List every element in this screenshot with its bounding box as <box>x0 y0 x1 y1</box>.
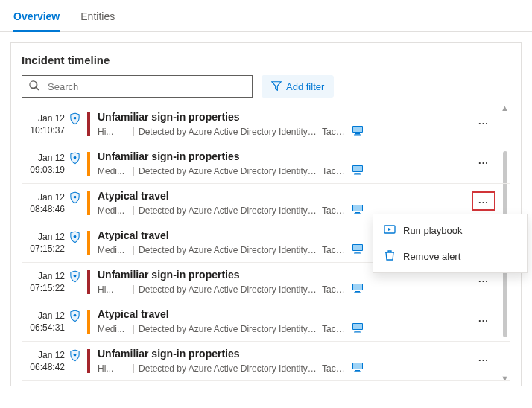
timestamp: Jan 1209:03:19 <box>22 150 65 176</box>
tactics-label: Tacti... <box>322 363 347 374</box>
severity-label: Hi... <box>98 363 129 374</box>
alert-title: Atypical travel <box>98 190 473 202</box>
search-input[interactable] <box>46 80 246 93</box>
search-input-wrapper[interactable] <box>22 75 253 98</box>
detected-by: Detected by Azure Active Directory Ident… <box>139 127 317 137</box>
context-menu: Run playbook Remove alert <box>373 214 528 273</box>
tab-entities[interactable]: Entities <box>80 6 115 32</box>
svg-point-25 <box>73 314 76 317</box>
row-content: Atypical travelMedi...Detected by Azure … <box>98 308 473 335</box>
severity-bar <box>87 270 90 294</box>
detected-by: Detected by Azure Active Directory Ident… <box>139 205 317 216</box>
tactics-label: Tacti... <box>322 166 347 176</box>
alert-meta: Hi...Detected by Azure Active Directory … <box>98 283 473 296</box>
severity-label: Hi... <box>98 284 129 295</box>
divider <box>133 364 134 373</box>
svg-rect-9 <box>354 174 361 175</box>
svg-rect-14 <box>354 214 361 214</box>
svg-rect-8 <box>355 173 360 174</box>
svg-rect-22 <box>353 284 362 290</box>
timestamp: Jan 1206:48:42 <box>22 348 65 373</box>
alert-title: Atypical travel <box>98 308 473 320</box>
shield-icon <box>65 150 84 165</box>
severity-bar <box>87 349 90 373</box>
shield-icon <box>65 190 84 204</box>
row-content: Atypical travelMedi...Detected by Azure … <box>98 190 473 217</box>
severity-bar <box>87 191 90 215</box>
timeline-row[interactable]: Jan 1209:03:19Unfamiliar sign-in propert… <box>22 144 510 184</box>
timeline-row[interactable]: Jan 1206:48:42Unfamiliar sign-in propert… <box>22 342 510 381</box>
more-actions-button[interactable]: ··· <box>473 150 494 168</box>
svg-point-20 <box>73 275 76 278</box>
svg-rect-18 <box>355 252 360 253</box>
tab-overview[interactable]: Overview <box>13 6 60 32</box>
svg-rect-33 <box>355 370 360 372</box>
timestamp: Jan 1207:15:22 <box>22 269 65 294</box>
divider <box>133 325 134 334</box>
shield-icon <box>65 111 84 125</box>
tactics-label: Tacti... <box>322 245 347 255</box>
timestamp: Jan 1210:10:37 <box>22 111 65 136</box>
more-actions-button[interactable]: ··· <box>473 308 494 325</box>
severity-label: Medi... <box>98 324 129 334</box>
panel-title: Incident timeline <box>22 54 510 66</box>
menu-remove-alert[interactable]: Remove alert <box>373 243 527 270</box>
more-actions-button[interactable]: ··· <box>473 111 494 128</box>
add-filter-label: Add filter <box>286 81 324 92</box>
row-content: Unfamiliar sign-in propertiesHi...Detect… <box>98 111 473 138</box>
svg-rect-17 <box>353 245 362 250</box>
severity-bar <box>87 231 90 255</box>
severity-bar <box>87 310 90 334</box>
severity-label: Hi... <box>98 127 129 137</box>
detected-by: Detected by Azure Active Directory Ident… <box>139 166 317 176</box>
add-filter-button[interactable]: Add filter <box>262 75 334 98</box>
timeline-row[interactable]: Jan 1206:54:31Atypical travelMedi...Dete… <box>22 302 510 342</box>
svg-point-30 <box>73 354 76 357</box>
tactics-label: Tacti... <box>322 284 347 295</box>
tactics-label: Tacti... <box>322 127 347 137</box>
svg-rect-27 <box>353 324 362 329</box>
trash-icon <box>384 249 396 264</box>
alert-title: Unfamiliar sign-in properties <box>98 348 473 360</box>
host-icon <box>352 243 364 256</box>
svg-rect-29 <box>354 332 361 333</box>
host-icon <box>352 283 364 296</box>
host-icon <box>352 165 364 177</box>
divider <box>133 167 134 176</box>
more-actions-button[interactable]: ··· <box>473 193 494 209</box>
alert-title: Unfamiliar sign-in properties <box>98 150 473 162</box>
svg-rect-19 <box>354 253 361 254</box>
row-content: Unfamiliar sign-in propertiesHi...Detect… <box>98 348 473 374</box>
host-icon <box>352 362 364 374</box>
svg-point-10 <box>73 196 76 199</box>
row-content: Unfamiliar sign-in propertiesMedi...Dete… <box>98 150 473 177</box>
playbook-icon <box>384 223 396 238</box>
alert-meta: Hi...Detected by Azure Active Directory … <box>98 362 473 374</box>
timeline-row[interactable]: Jan 1210:10:37Unfamiliar sign-in propert… <box>22 105 510 144</box>
shield-icon <box>65 308 84 322</box>
divider <box>133 206 134 215</box>
menu-run-playbook[interactable]: Run playbook <box>373 217 527 243</box>
timestamp: Jan 1206:54:31 <box>22 308 65 334</box>
timestamp: Jan 1208:48:46 <box>22 190 65 215</box>
svg-rect-13 <box>355 212 360 214</box>
divider <box>133 127 134 136</box>
svg-point-0 <box>73 117 76 120</box>
detected-by: Detected by Azure Active Directory Ident… <box>139 284 317 295</box>
svg-rect-4 <box>354 135 361 136</box>
menu-run-playbook-label: Run playbook <box>403 225 463 236</box>
alert-meta: Medi...Detected by Azure Active Director… <box>98 322 473 335</box>
svg-point-15 <box>73 235 76 238</box>
host-icon <box>352 125 364 138</box>
host-icon <box>352 322 364 335</box>
host-icon <box>352 204 364 217</box>
svg-rect-24 <box>354 293 361 293</box>
divider <box>133 285 134 294</box>
alert-title: Unfamiliar sign-in properties <box>98 111 473 123</box>
alert-meta: Hi...Detected by Azure Active Directory … <box>98 125 473 138</box>
divider <box>133 246 134 255</box>
more-actions-button[interactable]: ··· <box>473 348 494 365</box>
severity-label: Medi... <box>98 205 129 216</box>
tactics-label: Tacti... <box>322 205 347 216</box>
svg-rect-28 <box>355 331 360 332</box>
